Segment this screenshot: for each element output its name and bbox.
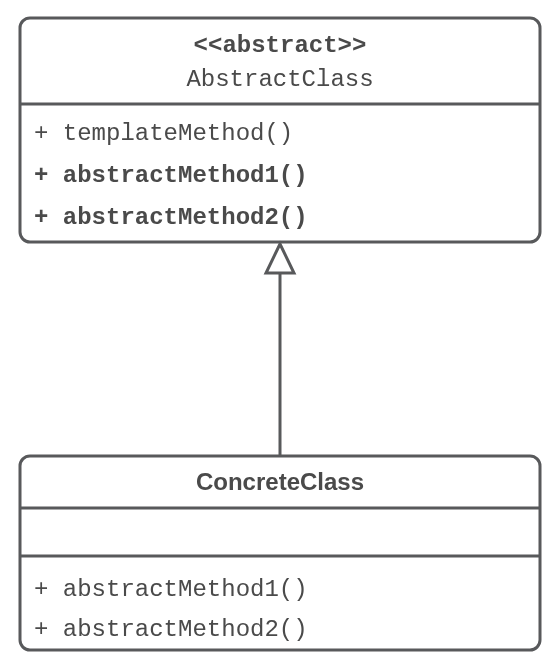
abstract-method-0: + templateMethod() bbox=[34, 120, 293, 147]
concrete-class-box: ConcreteClass + abstractMethod1() + abst… bbox=[20, 456, 540, 650]
generalization-arrow bbox=[266, 244, 294, 456]
generalization-arrowhead bbox=[266, 244, 294, 273]
abstract-method-2: + abstractMethod2() bbox=[34, 204, 308, 231]
abstract-method-1: + abstractMethod1() bbox=[34, 162, 308, 189]
concrete-method-0: + abstractMethod1() bbox=[34, 576, 308, 603]
abstract-class-name: AbstractClass bbox=[186, 66, 373, 93]
concrete-class-name: ConcreteClass bbox=[196, 468, 364, 495]
abstract-class-box: <<abstract>> AbstractClass + templateMet… bbox=[20, 18, 540, 242]
concrete-method-1: + abstractMethod2() bbox=[34, 616, 308, 643]
abstract-stereotype: <<abstract>> bbox=[194, 32, 367, 59]
uml-class-diagram: <<abstract>> AbstractClass + templateMet… bbox=[0, 0, 560, 668]
